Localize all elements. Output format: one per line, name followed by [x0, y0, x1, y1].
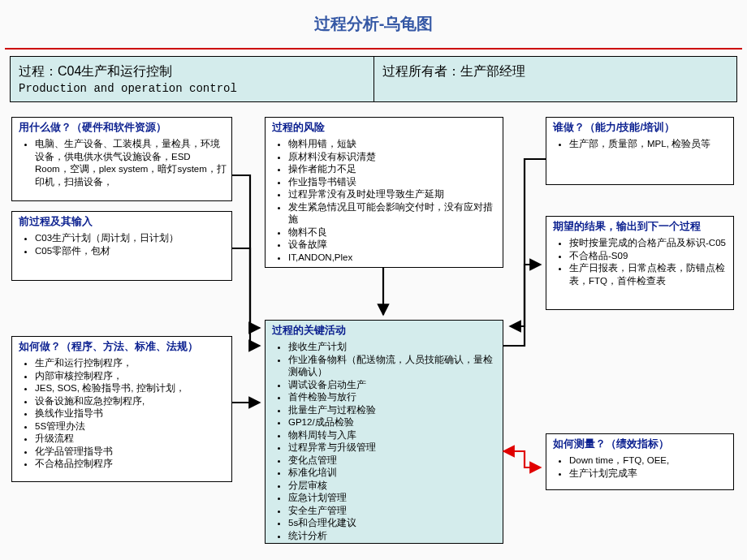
- list-item: 不合格品控制程序: [35, 458, 227, 471]
- list-item: 首件检验与放行: [288, 391, 498, 404]
- list-item: 内部审核控制程序，: [35, 370, 227, 383]
- list-item: 操作者能力不足: [288, 163, 498, 176]
- process-name-cell: 过程：C04生产和运行控制 Production and operation c…: [11, 57, 374, 101]
- box-key-activities-list: 接收生产计划 作业准备物料（配送物流，人员技能确认，量检测确认） 调试设备启动生…: [266, 339, 503, 547]
- box-resources-list: 电脑、生产设备、工装模具，量检具，环境设备，供电供水供气设施设备，ESD Roo…: [12, 136, 231, 193]
- process-owner: 过程所有者：生产部经理: [382, 63, 729, 80]
- box-howdo-title: 如何做？（程序、方法、标准、法规）: [12, 337, 231, 355]
- list-item: 换线作业指导书: [35, 407, 227, 420]
- list-item: 化学品管理指导书: [35, 446, 227, 459]
- list-item: Down time，FTQ, OEE,: [569, 454, 728, 467]
- list-item: 标准化培训: [288, 467, 498, 480]
- list-item: 物料不良: [288, 226, 498, 239]
- box-outputs-title: 期望的结果，输出到下一个过程: [546, 217, 733, 235]
- list-item: 作业指导书错误: [288, 176, 498, 189]
- list-item: 设备故障: [288, 239, 498, 252]
- list-item: JES, SOS, 检验指导书, 控制计划，: [35, 382, 227, 395]
- list-item: 生产计划完成率: [569, 467, 728, 480]
- box-prev-inputs: 前过程及其输入 C03生产计划（周计划，日计划） C05零部件，包材: [11, 211, 232, 281]
- box-who: 谁做？（能力/技能/培训） 生产部，质量部，MPL, 检验员等: [546, 117, 734, 185]
- box-prev-inputs-list: C03生产计划（周计划，日计划） C05零部件，包材: [12, 230, 231, 262]
- list-item: GP12/成品检验: [288, 416, 498, 429]
- list-item: 调试设备启动生产: [288, 379, 498, 392]
- list-item: 5s和合理化建议: [288, 517, 498, 530]
- list-item: 变化点管理: [288, 454, 498, 467]
- list-item: 作业准备物料（配送物流，人员技能确认，量检测确认）: [288, 354, 498, 379]
- list-item: 不合格品-S09: [569, 250, 728, 263]
- list-item: 按时按量完成的合格产品及标识-C05: [569, 237, 728, 250]
- list-item: 原材料没有标识清楚: [288, 151, 498, 164]
- list-item: 接收生产计划: [288, 341, 498, 354]
- box-measure: 如何测量？（绩效指标） Down time，FTQ, OEE, 生产计划完成率: [546, 433, 734, 490]
- process-name-cn: 过程：C04生产和运行控制: [19, 63, 365, 80]
- box-prev-inputs-title: 前过程及其输入: [12, 212, 231, 230]
- box-risks-title: 过程的风险: [266, 118, 503, 136]
- list-item: 应急计划管理: [288, 492, 498, 505]
- box-howdo-list: 生产和运行控制程序， 内部审核控制程序， JES, SOS, 检验指导书, 控制…: [12, 355, 231, 476]
- box-resources-title: 用什么做？（硬件和软件资源）: [12, 118, 231, 136]
- process-owner-cell: 过程所有者：生产部经理: [374, 57, 737, 101]
- list-item: 生产和运行控制程序，: [35, 357, 227, 370]
- box-outputs-list: 按时按量完成的合格产品及标识-C05 不合格品-S09 生产日报表，日常点检表，…: [546, 235, 733, 292]
- box-resources: 用什么做？（硬件和软件资源） 电脑、生产设备、工装模具，量检具，环境设备，供电供…: [11, 117, 232, 201]
- box-measure-list: Down time，FTQ, OEE, 生产计划完成率: [546, 453, 733, 485]
- page-title: 过程分析-乌龟图: [0, 0, 747, 41]
- box-key-activities: 过程的关键活动 接收生产计划 作业准备物料（配送物流，人员技能确认，量检测确认）…: [265, 320, 503, 544]
- process-header: 过程：C04生产和运行控制 Production and operation c…: [10, 56, 737, 102]
- box-who-list: 生产部，质量部，MPL, 检验员等: [546, 136, 733, 156]
- list-item: 发生紧急情况且可能会影响交付时，没有应对措施: [288, 201, 498, 226]
- list-item: C05零部件，包材: [35, 245, 227, 258]
- list-item: IT,ANDON,Plex: [288, 252, 498, 265]
- list-item: 统计分析: [288, 530, 498, 543]
- list-item: 物料周转与入库: [288, 429, 498, 442]
- list-item: 批量生产与过程检验: [288, 404, 498, 417]
- list-item: C03生产计划（周计划，日计划）: [35, 232, 227, 245]
- process-name-en: Production and operation control: [19, 82, 365, 95]
- list-item: 电脑、生产设备、工装模具，量检具，环境设备，供电供水供气设施设备，ESD Roo…: [35, 138, 227, 188]
- list-item: 生产日报表，日常点检表，防错点检表，FTQ，首件检查表: [569, 262, 728, 287]
- list-item: 设备设施和应急控制程序,: [35, 395, 227, 408]
- box-measure-title: 如何测量？（绩效指标）: [546, 434, 733, 453]
- list-item: 物料用错，短缺: [288, 138, 498, 151]
- box-risks: 过程的风险 物料用错，短缺 原材料没有标识清楚 操作者能力不足 作业指导书错误 …: [265, 117, 503, 268]
- title-underline: [5, 48, 742, 50]
- list-item: 安全生产管理: [288, 505, 498, 518]
- box-risks-list: 物料用错，短缺 原材料没有标识清楚 操作者能力不足 作业指导书错误 过程异常没有…: [266, 136, 503, 269]
- list-item: 过程异常与升级管理: [288, 442, 498, 454]
- list-item: 升级流程: [35, 433, 227, 446]
- box-key-activities-title: 过程的关键活动: [266, 321, 503, 339]
- turtle-diagram-canvas: 用什么做？（硬件和软件资源） 电脑、生产设备、工装模具，量检具，环境设备，供电供…: [0, 110, 747, 549]
- box-who-title: 谁做？（能力/技能/培训）: [546, 118, 733, 136]
- list-item: 过程异常没有及时处理导致生产延期: [288, 188, 498, 201]
- list-item: 生产部，质量部，MPL, 检验员等: [569, 138, 728, 151]
- box-outputs: 期望的结果，输出到下一个过程 按时按量完成的合格产品及标识-C05 不合格品-S…: [546, 216, 734, 310]
- list-item: 分层审核: [288, 480, 498, 493]
- box-howdo: 如何做？（程序、方法、标准、法规） 生产和运行控制程序， 内部审核控制程序， J…: [11, 336, 232, 482]
- list-item: 5S管理办法: [35, 420, 227, 433]
